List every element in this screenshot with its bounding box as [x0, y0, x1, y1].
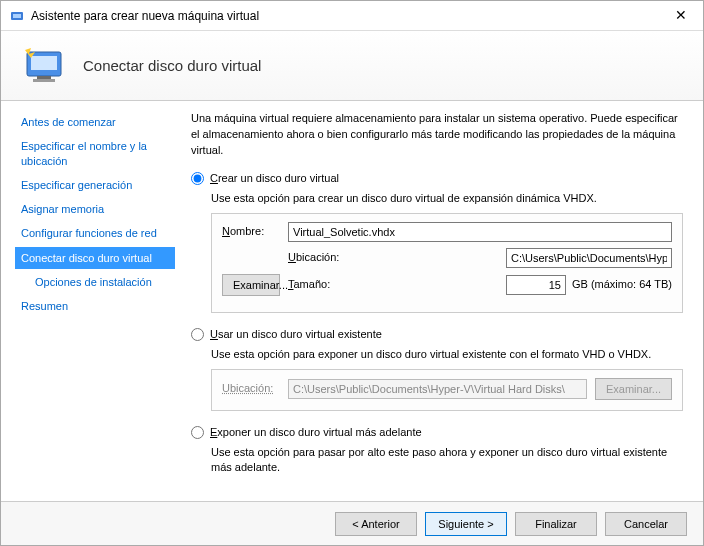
footer: < Anterior Siguiente > Finalizar Cancela…: [1, 501, 703, 545]
close-icon[interactable]: ✕: [669, 7, 693, 23]
sidebar-item-summary[interactable]: Resumen: [15, 295, 175, 317]
size-suffix: GB (máximo: 64 TB): [572, 277, 672, 293]
location-label: Ubicación:: [288, 250, 498, 266]
sidebar-item-connect-vhd[interactable]: Conectar disco duro virtual: [15, 247, 175, 269]
radio-create-vhd[interactable]: [191, 172, 204, 185]
attach-later-desc: Use esta opción para pasar por alto este…: [211, 445, 683, 477]
radio-create-vhd-label: Crear un disco duro virtual: [210, 171, 339, 187]
sidebar-item-memory[interactable]: Asignar memoria: [15, 198, 175, 220]
size-label: Tamaño:: [288, 277, 498, 293]
next-button[interactable]: Siguiente >: [425, 512, 507, 536]
location-input[interactable]: [506, 248, 672, 268]
sidebar-item-generation[interactable]: Especificar generación: [15, 174, 175, 196]
use-existing-fieldset: Ubicación: Examinar...: [211, 369, 683, 411]
sidebar: Antes de comenzar Especificar el nombre …: [1, 101, 181, 501]
intro-text: Una máquina virtual requiere almacenamie…: [191, 111, 683, 159]
cancel-button[interactable]: Cancelar: [605, 512, 687, 536]
use-existing-desc: Use esta opción para exponer un disco du…: [211, 347, 683, 363]
svg-rect-3: [31, 56, 57, 70]
previous-button[interactable]: < Anterior: [335, 512, 417, 536]
app-icon: [9, 8, 25, 24]
use-browse-button: Examinar...: [595, 378, 672, 400]
browse-location-button[interactable]: Examinar...: [222, 274, 280, 296]
sidebar-item-name-location[interactable]: Especificar el nombre y la ubicación: [15, 135, 175, 172]
radio-attach-later-label: Exponer un disco duro virtual más adelan…: [210, 425, 422, 441]
main-panel: Una máquina virtual requiere almacenamie…: [181, 101, 703, 501]
header: Conectar disco duro virtual: [1, 31, 703, 101]
create-vhd-desc: Use esta opción para crear un disco duro…: [211, 191, 683, 207]
sidebar-item-networking[interactable]: Configurar funciones de red: [15, 222, 175, 244]
use-location-input: [288, 379, 587, 399]
radio-use-existing[interactable]: [191, 328, 204, 341]
titlebar: Asistente para crear nueva máquina virtu…: [1, 1, 703, 31]
window-title: Asistente para crear nueva máquina virtu…: [31, 9, 259, 23]
finish-button[interactable]: Finalizar: [515, 512, 597, 536]
page-title: Conectar disco duro virtual: [83, 57, 261, 74]
sidebar-item-before-begin[interactable]: Antes de comenzar: [15, 111, 175, 133]
size-input[interactable]: [506, 275, 566, 295]
svg-rect-1: [13, 14, 21, 18]
sidebar-item-install-options[interactable]: Opciones de instalación: [15, 271, 175, 293]
wizard-icon: [21, 46, 69, 86]
create-vhd-fieldset: Nombre: Ubicación: Examinar... Tamaño: G…: [211, 213, 683, 313]
svg-rect-4: [37, 76, 51, 79]
name-label: Nombre:: [222, 224, 280, 240]
use-location-label: Ubicación:: [222, 381, 280, 397]
radio-use-existing-label: Usar un disco duro virtual existente: [210, 327, 382, 343]
name-input[interactable]: [288, 222, 672, 242]
svg-rect-5: [33, 79, 55, 82]
radio-attach-later[interactable]: [191, 426, 204, 439]
